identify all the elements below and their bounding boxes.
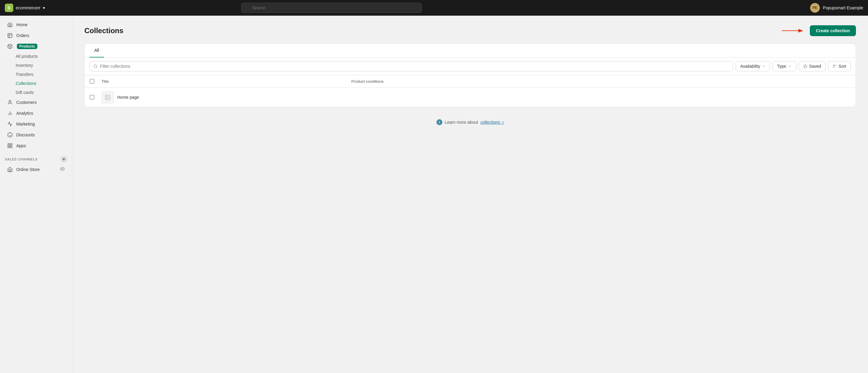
analytics-icon	[7, 110, 13, 116]
sidebar-item-label-analytics: Analytics	[16, 111, 33, 115]
svg-rect-0	[8, 33, 12, 38]
sidebar-sub-inventory[interactable]: Inventory	[2, 61, 70, 70]
sidebar-item-label-online-store: Online Store	[16, 167, 40, 172]
svg-line-17	[96, 67, 97, 68]
sort-button[interactable]: Sort	[828, 61, 851, 71]
sidebar-item-analytics[interactable]: Analytics	[2, 108, 70, 118]
sidebar-sub-label-gift-cards: Gift cards	[16, 90, 34, 95]
products-badge: Products	[17, 44, 37, 49]
type-dropdown-icon	[788, 64, 792, 68]
page-header-right: Create collection	[781, 25, 856, 36]
svg-rect-11	[10, 146, 12, 148]
filter-search-box	[90, 61, 733, 71]
select-all-checkbox[interactable]	[90, 79, 94, 84]
sidebar-item-label-marketing: Marketing	[16, 122, 35, 127]
search-input[interactable]	[241, 3, 422, 13]
availability-dropdown-icon	[762, 64, 766, 68]
user-avatar: PE	[810, 3, 820, 13]
sidebar-sub-collections[interactable]: Collections	[2, 79, 70, 88]
app-body: Home Orders	[0, 16, 868, 373]
sidebar-item-customers[interactable]: Customers	[2, 97, 70, 108]
header-conditions-col: Product conditions	[351, 79, 851, 84]
brand-dropdown-icon: ▾	[43, 5, 45, 10]
filter-search-icon	[93, 64, 98, 68]
sidebar-item-apps[interactable]: Apps	[2, 140, 70, 151]
external-link-icon: ↗	[501, 121, 504, 124]
sidebar-item-discounts[interactable]: Discounts	[2, 130, 70, 140]
svg-point-2	[9, 100, 11, 102]
sales-channels-label: SALES CHANNELS +	[0, 152, 72, 164]
store-name: ecommercerr	[16, 5, 40, 10]
discounts-icon	[7, 132, 13, 138]
info-section: i Learn more about collections ↗	[84, 107, 856, 137]
svg-rect-9	[8, 144, 9, 145]
svg-point-13	[62, 168, 63, 169]
collections-card: All Availability Ty	[84, 43, 856, 107]
main-content: Collections Create collection	[72, 16, 868, 373]
sidebar-sub-transfers[interactable]: Transfers	[2, 70, 70, 79]
svg-point-6	[8, 133, 12, 137]
shopify-logo-icon: S	[5, 4, 13, 12]
table-header: Title Product conditions	[85, 75, 856, 88]
info-text: Learn more about	[445, 120, 478, 125]
apps-icon	[7, 143, 13, 148]
collection-thumbnail	[101, 91, 114, 103]
table-row: Home page	[85, 88, 856, 107]
sidebar-item-online-store[interactable]: Online Store	[2, 164, 70, 175]
sidebar-sub-all-products[interactable]: All products	[2, 52, 70, 61]
sidebar-sub-label-transfers: Transfers	[16, 72, 33, 77]
sidebar: Home Orders	[0, 16, 72, 373]
marketing-icon	[7, 121, 13, 127]
svg-point-16	[94, 65, 97, 67]
collections-link[interactable]: collections ↗	[480, 120, 504, 125]
row-checkbox[interactable]	[90, 95, 94, 100]
create-collection-button[interactable]: Create collection	[810, 25, 856, 36]
info-icon: i	[436, 119, 442, 125]
arrow-annotation	[781, 26, 805, 35]
page-title: Collections	[84, 27, 123, 35]
sidebar-item-label-home: Home	[16, 22, 27, 27]
image-placeholder-icon	[104, 94, 111, 100]
sidebar-sub-label-all-products: All products	[16, 54, 38, 59]
header-checkbox-col	[90, 79, 101, 84]
tab-all[interactable]: All	[90, 44, 104, 58]
user-name: Popupsmart Example	[823, 5, 863, 10]
type-filter-button[interactable]: Type	[772, 61, 796, 71]
filter-collections-input[interactable]	[100, 64, 730, 69]
user-menu[interactable]: PE Popupsmart Example	[810, 3, 863, 13]
svg-point-23	[106, 96, 107, 97]
sidebar-item-label-orders: Orders	[16, 33, 29, 38]
orders-icon	[7, 33, 13, 38]
sidebar-sub-gift-cards[interactable]: Gift cards	[2, 88, 70, 97]
filter-bar: Availability Type Saved	[85, 58, 856, 75]
search-container: 🔍	[241, 3, 422, 13]
row-checkbox-col	[90, 95, 101, 100]
sort-icon	[832, 64, 837, 68]
svg-rect-12	[8, 146, 9, 148]
tabs: All	[85, 44, 856, 58]
add-sales-channel-button[interactable]: +	[61, 156, 67, 163]
brand-logo[interactable]: S ecommercerr ▾	[5, 4, 45, 12]
customers-icon	[7, 100, 13, 105]
sidebar-item-label-apps: Apps	[16, 143, 26, 148]
availability-filter-button[interactable]: Availability	[736, 61, 770, 71]
search-wrapper: 🔍	[241, 3, 422, 13]
top-nav: S ecommercerr ▾ 🔍 PE Popupsmart Example	[0, 0, 868, 16]
svg-marker-18	[804, 64, 807, 68]
sidebar-sub-label-collections: Collections	[16, 81, 36, 86]
page-header: Collections Create collection	[84, 25, 856, 36]
sidebar-item-home[interactable]: Home	[2, 19, 70, 30]
collection-title[interactable]: Home page	[117, 95, 362, 100]
saved-filter-button[interactable]: Saved	[799, 61, 826, 71]
svg-rect-10	[10, 144, 12, 145]
sidebar-item-products[interactable]: Products	[2, 41, 70, 52]
sidebar-item-label-customers: Customers	[16, 100, 37, 105]
star-icon	[803, 64, 807, 68]
sidebar-item-orders[interactable]: Orders	[2, 30, 70, 41]
home-icon	[7, 22, 13, 27]
sidebar-item-label-discounts: Discounts	[16, 132, 35, 137]
eye-icon[interactable]	[60, 167, 65, 172]
store-icon	[7, 167, 13, 172]
sidebar-item-marketing[interactable]: Marketing	[2, 118, 70, 130]
products-icon	[7, 44, 13, 49]
